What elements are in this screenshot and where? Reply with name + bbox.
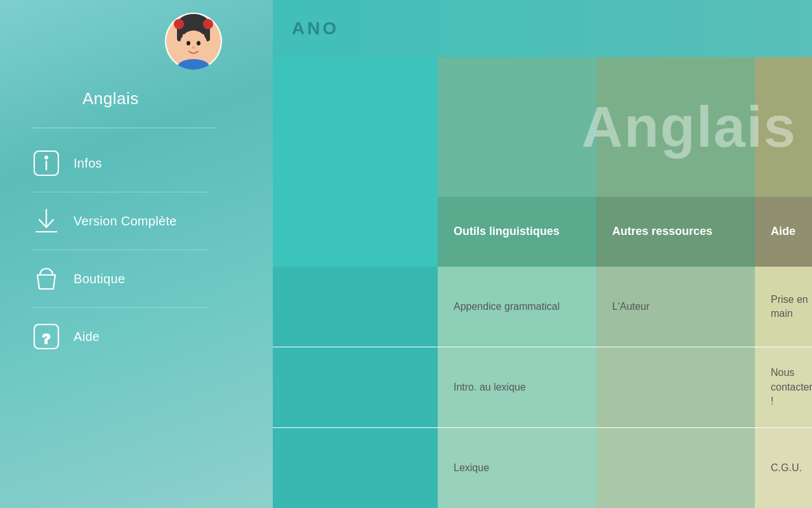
- avatar: [165, 13, 222, 70]
- svg-point-9: [192, 46, 195, 49]
- outils-item-2: Intro. au lexique: [454, 380, 526, 394]
- sidebar-item-infos[interactable]: Infos: [32, 135, 209, 192]
- aide-item-1: Prise en main: [771, 293, 812, 321]
- sidebar-language-label: Anglais: [82, 89, 139, 109]
- autres-cell-2: [596, 347, 755, 427]
- teal-cell-2: [273, 347, 438, 427]
- teal-col-top: [273, 57, 438, 267]
- aide-cell-3[interactable]: C.G.U.: [755, 428, 812, 508]
- autres-item-1: L'Auteur: [612, 300, 650, 314]
- sidebar-item-version-complete[interactable]: Version Complète: [32, 192, 209, 250]
- bag-icon: [32, 264, 61, 293]
- content-row-2: Intro. au lexique Nous contacter !: [273, 347, 812, 427]
- main-header: ANO: [273, 0, 812, 57]
- aide-label: Aide: [74, 330, 100, 344]
- column-headers-row: Outils linguistiques Autres ressources A…: [438, 197, 812, 267]
- boutique-label: Boutique: [74, 272, 125, 286]
- outils-cell-3[interactable]: Lexique: [438, 428, 596, 508]
- content-row-1: Appendice grammatical L'Auteur Prise en …: [273, 267, 812, 347]
- grid-right-top: Anglais Outils linguistiques Autres ress…: [438, 57, 812, 267]
- col-header-outils: Outils linguistiques: [438, 197, 596, 267]
- col-header-autres: Autres ressources: [596, 197, 755, 267]
- sidebar-item-boutique[interactable]: Boutique: [32, 250, 209, 308]
- app-logo: ANO: [292, 18, 339, 39]
- download-icon: [32, 206, 61, 236]
- outils-header-label: Outils linguistiques: [454, 224, 560, 239]
- main-panel: ANO Anglais Outils linguistiques: [273, 0, 812, 508]
- sidebar-menu: Infos Version Complète Boutique: [32, 135, 209, 365]
- aide-item-2: Nous contacter !: [771, 366, 812, 408]
- col3-title-bg: [596, 57, 755, 197]
- help-icon: ?: [32, 322, 61, 351]
- grid-top-section: Anglais Outils linguistiques Autres ress…: [273, 57, 812, 267]
- aide-header-label: Aide: [771, 224, 796, 239]
- content-grid: Anglais Outils linguistiques Autres ress…: [273, 57, 812, 508]
- col4-title-bg: [755, 57, 812, 197]
- sidebar-item-aide[interactable]: ? Aide: [32, 308, 209, 365]
- infos-label: Infos: [74, 156, 102, 171]
- content-rows: Appendice grammatical L'Auteur Prise en …: [273, 267, 812, 508]
- col2-title-bg: [438, 57, 596, 197]
- aide-cell-2[interactable]: Nous contacter !: [755, 347, 812, 427]
- svg-point-4: [174, 19, 184, 29]
- version-complete-label: Version Complète: [74, 214, 177, 229]
- svg-point-8: [197, 41, 200, 46]
- autres-cell-1[interactable]: L'Auteur: [596, 267, 755, 347]
- svg-point-6: [180, 30, 207, 61]
- sidebar-divider: [32, 128, 216, 128]
- outils-cell-2[interactable]: Intro. au lexique: [438, 347, 596, 427]
- svg-point-13: [45, 156, 48, 159]
- autres-header-label: Autres ressources: [612, 224, 712, 239]
- content-row-3: Lexique C.G.U.: [273, 427, 812, 508]
- outils-item-3: Lexique: [454, 461, 489, 475]
- sidebar: Anglais Infos Version Co: [0, 0, 273, 508]
- aide-cell-1[interactable]: Prise en main: [755, 267, 812, 347]
- teal-cell-3: [273, 428, 438, 508]
- autres-cell-3: [596, 428, 755, 508]
- col-header-aide: Aide: [755, 197, 812, 267]
- svg-text:?: ?: [42, 331, 50, 347]
- outils-cell-1[interactable]: Appendice grammatical: [438, 267, 596, 347]
- title-row: Anglais: [438, 57, 812, 197]
- outils-item-1: Appendice grammatical: [454, 300, 560, 314]
- svg-point-7: [187, 41, 190, 46]
- aide-item-3: C.G.U.: [771, 461, 802, 475]
- info-icon: [32, 149, 61, 178]
- svg-point-5: [203, 19, 213, 29]
- teal-cell-1: [273, 267, 438, 347]
